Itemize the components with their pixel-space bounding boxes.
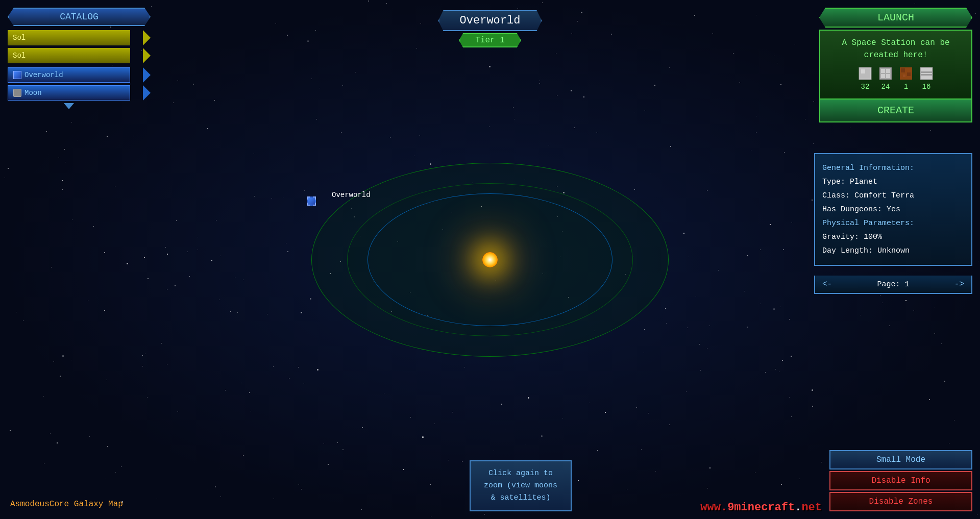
watermark: AsmodeusCore Galaxy Map	[10, 500, 123, 509]
moon-arrow	[143, 85, 151, 101]
svg-rect-12	[920, 67, 933, 80]
small-mode-button[interactable]: Small Mode	[829, 450, 972, 469]
resource-compressed: 24	[878, 66, 893, 92]
info-day-length: Day Length: Unknown	[822, 244, 964, 258]
sol1-bar[interactable]: Sol	[8, 30, 130, 45]
info-dungeons: Has Dungeons: Yes	[822, 203, 964, 216]
info-physical-title: Physical Parameters:	[822, 216, 964, 230]
info-panel: General Information: Type: Planet Class:…	[814, 153, 972, 266]
catalog-title: CATALOG	[8, 8, 151, 26]
catalog-item-moon[interactable]: Moon	[8, 85, 151, 101]
svg-rect-4	[881, 69, 885, 73]
site-watermark: www.9minecraft.net	[700, 501, 822, 514]
resource-iron: 32	[858, 66, 872, 92]
tier-badge: Tier 1	[459, 33, 521, 47]
info-general-title: General Information:	[822, 161, 964, 175]
sun	[482, 252, 498, 267]
svg-rect-6	[881, 74, 885, 78]
svg-rect-9	[901, 68, 905, 72]
next-page-btn[interactable]: ->	[954, 280, 964, 289]
site-text: www.	[700, 501, 727, 514]
moon-catalog-label: Moon	[24, 89, 42, 97]
resources-row: 32 24 1	[826, 66, 965, 92]
info-class: Class: Comfort Terra	[822, 189, 964, 203]
page-nav: <- Page: 1 ->	[814, 276, 972, 294]
iron-count: 32	[861, 82, 870, 92]
planet-icon	[13, 71, 21, 79]
resource-meteor: 1	[899, 66, 913, 92]
create-button[interactable]: CREATE	[819, 100, 972, 122]
sol2-arrow	[143, 48, 151, 63]
meteor-count: 1	[904, 82, 908, 92]
space-station-text: A Space Station can be created here!	[826, 37, 965, 61]
svg-rect-2	[861, 69, 865, 73]
plate-icon	[919, 66, 934, 81]
iron-icon	[858, 66, 872, 81]
catalog-pointer	[64, 103, 74, 109]
compressed-count: 24	[881, 82, 890, 92]
sol2-label: Sol	[13, 52, 26, 60]
catalog-item-overworld[interactable]: Overworld	[8, 67, 151, 83]
planet-name-header: Overworld	[438, 10, 542, 31]
bottom-right-buttons: Small Mode Disable Info Disable Zones	[829, 450, 972, 511]
sol2-bar[interactable]: Sol	[8, 48, 130, 63]
launch-title: LAUNCH	[819, 8, 972, 28]
overworld-map-label: Overworld	[332, 191, 371, 199]
info-type: Type: Planet	[822, 175, 964, 189]
overworld-arrow	[143, 67, 151, 83]
info-gravity: Gravity: 100%	[822, 230, 964, 244]
space-station-box: A Space Station can be created here! 32	[819, 30, 972, 100]
catalog-item-sol2[interactable]: Sol	[8, 48, 151, 63]
overworld-bar[interactable]: Overworld	[8, 67, 130, 83]
svg-rect-14	[921, 74, 932, 76]
site-dot: .	[795, 501, 801, 514]
top-header: Overworld Tier 1	[438, 10, 542, 47]
svg-rect-13	[921, 71, 932, 73]
zoom-tooltip-text: Click again to zoom (view moons & satell…	[484, 469, 557, 502]
prev-page-btn[interactable]: <-	[822, 280, 832, 289]
plate-count: 16	[922, 82, 931, 92]
resource-plate: 16	[919, 66, 934, 92]
site-ext: net	[801, 501, 822, 514]
disable-info-button[interactable]: Disable Info	[829, 471, 972, 490]
svg-rect-7	[886, 74, 890, 78]
sol1-label: Sol	[13, 34, 26, 42]
svg-rect-11	[903, 75, 905, 77]
moon-icon	[13, 89, 21, 97]
page-indicator: Page: 1	[877, 280, 909, 289]
meteor-icon	[899, 66, 913, 81]
svg-rect-10	[907, 72, 911, 76]
overworld-planet[interactable]	[307, 196, 316, 206]
compressed-icon	[878, 66, 893, 81]
catalog-item-sol1[interactable]: Sol	[8, 30, 151, 45]
site-name: 9minecraft	[727, 501, 795, 514]
catalog-panel: CATALOG Sol Sol Overworld Moon	[8, 8, 151, 103]
launch-panel: LAUNCH A Space Station can be created he…	[819, 8, 972, 122]
moon-bar[interactable]: Moon	[8, 85, 130, 101]
zoom-tooltip: Click again to zoom (view moons & satell…	[470, 460, 572, 511]
disable-zones-button[interactable]: Disable Zones	[829, 492, 972, 511]
overworld-catalog-label: Overworld	[24, 71, 63, 79]
svg-rect-5	[886, 69, 890, 73]
sol1-arrow	[143, 30, 151, 45]
